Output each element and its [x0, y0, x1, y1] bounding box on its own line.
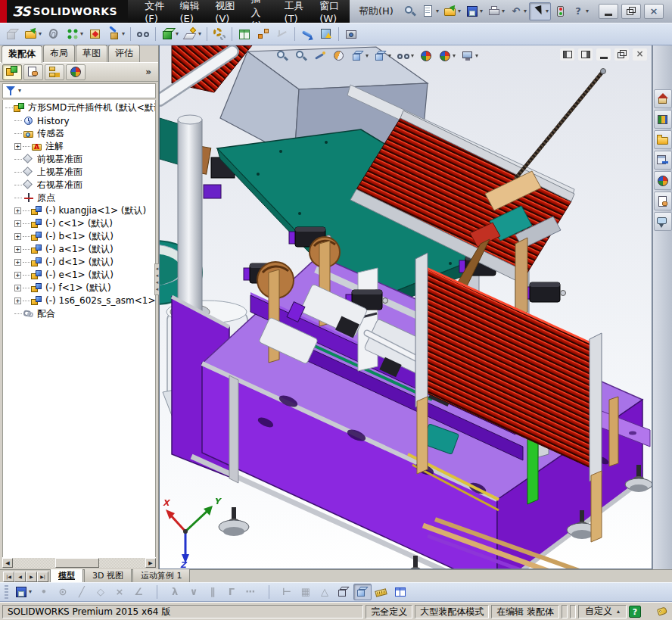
custom-properties-tab[interactable]: [654, 192, 672, 210]
tree-expander[interactable]: +: [14, 220, 21, 227]
scrollbar-track[interactable]: [13, 558, 145, 568]
toolbar-button[interactable]: ▾: [204, 25, 210, 43]
interference-detection-button[interactable]: ▾: [298, 25, 316, 43]
tree-expander[interactable]: +: [14, 272, 21, 279]
assembly-features-button[interactable]: ▾: [159, 25, 181, 43]
document-tab[interactable]: 模型: [50, 569, 83, 582]
select-button[interactable]: ▾: [529, 2, 551, 20]
section-view-button[interactable]: ▾: [330, 47, 348, 65]
toolbar-button[interactable]: ▾: [229, 25, 235, 43]
document-tab[interactable]: 3D 视图: [84, 569, 132, 582]
collapse-right-pane-button[interactable]: [578, 48, 593, 61]
zoom-to-area-button[interactable]: ▾: [292, 47, 310, 65]
insert-components-button[interactable]: ▾: [3, 25, 21, 43]
view-palette-tab[interactable]: [654, 151, 672, 170]
tree-item[interactable]: + (-) f<1> (默认): [5, 282, 155, 294]
tree-item[interactable]: + 方形SMD元件插件机 (默认<默认: [5, 101, 155, 114]
scrollbar-thumb[interactable]: [55, 558, 99, 568]
tree-item[interactable]: + (-) 1s6_602s_s_asm<1> (默认: [5, 294, 155, 307]
zoom-to-selection-button[interactable]: ▾: [311, 47, 329, 65]
tree-item[interactable]: + 上视基准面: [5, 166, 155, 179]
smart-fasteners-button[interactable]: ▾: [86, 25, 104, 43]
status-tag-icon[interactable]: [656, 605, 670, 618]
bill-of-materials-button[interactable]: ▾: [235, 25, 254, 43]
minimize-button[interactable]: [599, 4, 618, 19]
tree-expander[interactable]: +: [14, 246, 21, 253]
zoom-to-fit-button[interactable]: ▾: [273, 47, 291, 65]
linear-component-pattern-button[interactable]: ▾: [64, 25, 86, 43]
tree-item[interactable]: + 配合: [5, 307, 155, 320]
toolbar-button[interactable]: ▾: [336, 25, 341, 43]
design-library-tab[interactable]: [654, 110, 672, 129]
measure-button[interactable]: ▾: [372, 584, 390, 600]
sketch-polygon-tool[interactable]: ◇ ▾: [92, 584, 110, 600]
sketch-angle-tool[interactable]: ∠ ▾: [129, 584, 148, 600]
rebuild-button[interactable]: ▾: [551, 2, 569, 20]
toolbar-button[interactable]: ▾: [148, 584, 165, 600]
scroll-right-button[interactable]: ▶: [145, 558, 156, 568]
tree-item[interactable]: + (-) kuangjia<1> (默认): [5, 204, 155, 217]
propertymanager-tab[interactable]: [23, 64, 43, 80]
take-snapshot-button[interactable]: ▾: [342, 25, 360, 43]
new-document-button[interactable]: ▾: [419, 2, 441, 20]
edit-appearance-button[interactable]: ▾: [417, 47, 435, 65]
toolbar-button[interactable]: ▾: [260, 584, 277, 600]
document-tab[interactable]: 运动算例 1: [132, 569, 191, 582]
graphics-viewport[interactable]: ▾ ▾ ▾ ▾: [159, 45, 652, 569]
explode-line-sketch-button[interactable]: ▾: [273, 25, 291, 43]
apply-scene-button[interactable]: ▾: [436, 47, 458, 65]
sketch-offset-tool[interactable]: ⋯ ▾: [241, 584, 260, 600]
open-button[interactable]: ▾: [441, 2, 463, 20]
wireframe-view-button[interactable]: ▾: [334, 584, 353, 600]
new-motion-study-button[interactable]: ▾: [210, 25, 229, 43]
print-button[interactable]: ▾: [485, 2, 507, 20]
view-orientation-button[interactable]: ▾: [349, 47, 371, 65]
tree-item[interactable]: + (-) d<1> (默认): [5, 256, 155, 269]
assembly-model-canvas[interactable]: X Y Z: [160, 45, 652, 569]
command-tab[interactable]: 草图: [76, 45, 107, 62]
scroll-left-button[interactable]: ◀: [2, 558, 13, 568]
filter-dropdown-icon[interactable]: ▾: [18, 87, 21, 95]
tree-expander[interactable]: +: [14, 233, 21, 240]
home-tab[interactable]: [654, 89, 672, 108]
tree-item[interactable]: + 右视基准面: [5, 179, 155, 192]
toolbar-button[interactable]: ▾: [292, 25, 297, 43]
exploded-view-button[interactable]: ▾: [254, 25, 272, 43]
tree-item[interactable]: + (-) a<1> (默认): [5, 243, 155, 256]
close-button[interactable]: ×: [644, 4, 664, 19]
sketch-line-tool[interactable]: ╱ ▾: [73, 584, 91, 600]
last-tab-button[interactable]: ▶|: [37, 572, 48, 582]
evaluate-table-button[interactable]: ▾: [391, 584, 409, 600]
toolbar-button[interactable]: ▾: [128, 25, 133, 43]
tree-item[interactable]: + (-) e<1> (默认): [5, 269, 155, 282]
tree-item[interactable]: + 注解: [5, 140, 155, 153]
displaymanager-tab[interactable]: [66, 64, 86, 80]
featuremanager-tab[interactable]: [2, 64, 22, 80]
shaded-view-button[interactable]: ▾: [353, 584, 372, 600]
file-explorer-tab[interactable]: [654, 130, 672, 149]
menu-item-help[interactable]: 帮助(H): [353, 2, 400, 21]
tree-item[interactable]: + 前视基准面: [5, 153, 155, 166]
tree-expander[interactable]: +: [14, 143, 21, 150]
tree-item[interactable]: + (-) b<1> (默认): [5, 230, 155, 243]
doc-restore-button[interactable]: [614, 48, 629, 61]
hide-show-items-button[interactable]: ▾: [394, 47, 416, 65]
configurationmanager-tab[interactable]: [45, 64, 64, 80]
tree-expander[interactable]: +: [14, 285, 21, 291]
tree-expander[interactable]: +: [14, 259, 21, 266]
sketch-point-tool[interactable]: • ▾: [35, 584, 53, 600]
status-custom-dropdown[interactable]: 自定义 ▴: [578, 605, 627, 618]
filter-funnel-icon[interactable]: [5, 84, 18, 98]
assembly-xpert-button[interactable]: ▾: [317, 25, 335, 43]
command-tab[interactable]: 评估: [108, 45, 140, 62]
toolbar-button[interactable]: ▾: [153, 25, 158, 43]
tree-item[interactable]: + (-) c<1> (默认): [5, 217, 155, 230]
save-button[interactable]: ▾: [463, 2, 485, 20]
search-button[interactable]: ▾: [401, 2, 419, 20]
sketch-arc-tool[interactable]: ∨ ▾: [185, 584, 203, 600]
angle-snap-tool[interactable]: △ ▾: [316, 584, 334, 600]
sketch-corner-tool[interactable]: Γ ▾: [222, 584, 241, 600]
sketch-circle-tool[interactable]: ⊙ ▾: [54, 584, 72, 600]
show-hidden-components-button[interactable]: ▾: [134, 25, 152, 43]
next-tab-button[interactable]: ▶: [26, 572, 37, 582]
